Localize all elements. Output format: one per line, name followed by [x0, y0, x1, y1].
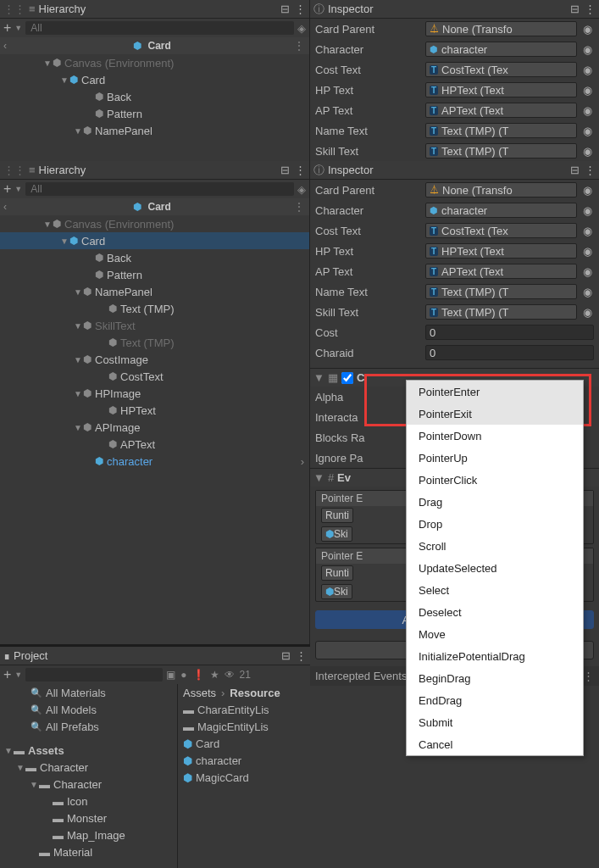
folder-item[interactable]: ▬Map_Image: [0, 826, 177, 843]
event-target-field[interactable]: ⬢Ski: [321, 584, 352, 599]
tree-item[interactable]: ⬢Text (TMP): [0, 334, 309, 351]
object-picker-icon[interactable]: ◉: [580, 286, 594, 298]
chevron-icon[interactable]: ▼: [29, 780, 39, 789]
dropdown-item[interactable]: Select: [407, 579, 583, 601]
inspector1-lock-icon[interactable]: ⊟: [570, 3, 580, 15]
chevron-icon[interactable]: ▼: [73, 355, 83, 364]
chevron-icon[interactable]: ▼: [73, 389, 83, 398]
tree-item[interactable]: ⬢HPText: [0, 402, 309, 419]
asset-item[interactable]: ⬢MagicCard: [178, 769, 310, 786]
tree-item[interactable]: ▼⬢NamePanel: [0, 283, 309, 300]
tree-item[interactable]: ▼⬢Card: [0, 232, 309, 249]
tree-item[interactable]: ⬢APText: [0, 436, 309, 453]
tree-item[interactable]: ⬢character›: [0, 453, 309, 470]
hierarchy2-crumb-menu-icon[interactable]: ⋮: [294, 201, 309, 213]
chevron-icon[interactable]: ▼: [73, 321, 83, 331]
object-field[interactable]: TAPText (Text: [425, 103, 577, 118]
chevron-icon[interactable]: ▼: [73, 287, 83, 297]
dropdown-item[interactable]: Cancel: [407, 733, 583, 755]
hierarchy2-crumb[interactable]: ‹ ⬢ Card ⋮: [0, 198, 309, 215]
bookmark-item[interactable]: 🔍All Models: [0, 701, 177, 718]
object-field[interactable]: ⏃None (Transfo: [425, 21, 577, 36]
object-picker-icon[interactable]: ◉: [580, 245, 594, 258]
object-field[interactable]: TCostText (Tex: [425, 223, 577, 238]
bookmark-item[interactable]: 🔍All Materials: [0, 684, 177, 701]
runtime-dropdown[interactable]: Runti: [321, 565, 353, 581]
assets-root[interactable]: ▼▬ Assets: [0, 742, 177, 759]
object-picker-icon[interactable]: ◉: [580, 104, 594, 117]
folder-item[interactable]: ▬Icon: [0, 793, 177, 810]
tree-item[interactable]: ▼⬢CostImage: [0, 351, 309, 368]
tree-item[interactable]: ▼⬢APImage: [0, 419, 309, 436]
bookmark-item[interactable]: 🔍All Prefabs: [0, 718, 177, 735]
dropdown-item[interactable]: PointerClick: [407, 469, 583, 491]
dropdown-item[interactable]: Deselect: [407, 601, 583, 623]
dropdown-item[interactable]: Drag: [407, 491, 583, 513]
dropdown-item[interactable]: EndDrag: [407, 689, 583, 711]
tree-item[interactable]: ▼⬢SkillText: [0, 317, 309, 334]
tree-item[interactable]: ▼⬢Card: [0, 71, 309, 88]
asset-item[interactable]: ▬CharaEntityLis: [178, 701, 310, 718]
object-field[interactable]: TAPText (Text: [425, 264, 577, 279]
project-menu-icon[interactable]: ⋮: [296, 649, 307, 662]
chevron-icon[interactable]: ▼: [73, 423, 83, 432]
dropdown-item[interactable]: Move: [407, 623, 583, 645]
object-field[interactable]: TCostText (Tex: [425, 62, 577, 77]
folder-item[interactable]: ▬Monster: [0, 810, 177, 826]
assets-breadcrumb[interactable]: Assets › Resource: [178, 684, 310, 701]
breadcrumb-assets[interactable]: Assets: [183, 687, 216, 699]
tree-item[interactable]: ⬢Back: [0, 88, 309, 105]
breadcrumb-resource[interactable]: Resource: [230, 687, 280, 699]
hierarchy1-search-input[interactable]: [25, 21, 294, 35]
tree-item[interactable]: ▼⬢HPImage: [0, 385, 309, 402]
object-picker-icon[interactable]: ◉: [580, 145, 594, 158]
inspector2-menu-icon[interactable]: ⋮: [585, 164, 596, 176]
inspector2-lock-icon[interactable]: ⊟: [570, 164, 580, 176]
dropdown-item[interactable]: BeginDrag: [407, 667, 583, 689]
object-picker-icon[interactable]: ◉: [580, 184, 594, 197]
folder-item[interactable]: ▬Material: [0, 843, 177, 860]
object-field[interactable]: THPText (Text: [425, 82, 577, 97]
chevron-icon[interactable]: ▼: [42, 58, 53, 68]
dropdown-item[interactable]: PointerEnter: [407, 381, 583, 403]
dropdown-item[interactable]: PointerExit: [407, 403, 583, 425]
hierarchy2-search-input[interactable]: [25, 182, 294, 196]
project-add-icon[interactable]: +: [3, 667, 11, 682]
object-picker-icon[interactable]: ◉: [580, 306, 594, 319]
component-c-enable-checkbox[interactable]: [341, 372, 353, 384]
object-picker-icon[interactable]: ◉: [580, 204, 594, 217]
chevron-icon[interactable]: ▼: [15, 763, 25, 772]
hierarchy2-add-chevron-icon[interactable]: ▼: [14, 185, 22, 193]
number-field[interactable]: 0: [425, 345, 594, 360]
object-picker-icon[interactable]: ◉: [580, 64, 594, 76]
chevron-icon[interactable]: ▼: [42, 220, 53, 229]
object-field[interactable]: THPText (Text: [425, 243, 577, 259]
dropdown-item[interactable]: PointerDown: [407, 425, 583, 447]
object-field[interactable]: TText (TMP) (T: [425, 304, 577, 320]
asset-item[interactable]: ⬢character: [178, 752, 310, 769]
tree-item[interactable]: ⬢Pattern: [0, 105, 309, 122]
dropdown-item[interactable]: Submit: [407, 711, 583, 733]
object-picker-icon[interactable]: ◉: [580, 225, 594, 237]
tree-item[interactable]: ⬢Back: [0, 249, 309, 266]
dropdown-item[interactable]: PointerUp: [407, 447, 583, 469]
object-field[interactable]: ⬢character: [425, 42, 577, 57]
intercepted-menu-icon[interactable]: ⋮: [583, 670, 594, 682]
object-picker-icon[interactable]: ◉: [580, 84, 594, 97]
tree-item[interactable]: ⬢Text (TMP): [0, 300, 309, 317]
hierarchy1-crumb-menu-icon[interactable]: ⋮: [294, 40, 309, 52]
folder-item[interactable]: ▼▬Character: [0, 776, 177, 793]
project-search-input[interactable]: [25, 668, 163, 682]
inspector1-menu-icon[interactable]: ⋮: [585, 3, 596, 15]
tag-icon[interactable]: ●: [180, 669, 186, 681]
chevron-icon[interactable]: ▼: [59, 236, 69, 246]
object-picker-icon[interactable]: ◉: [580, 265, 594, 278]
dropdown-item[interactable]: UpdateSelected: [407, 557, 583, 579]
hierarchy1-crumb[interactable]: ‹ ⬢ Card ⋮: [0, 37, 309, 54]
hierarchy1-search-scope-icon[interactable]: ◈: [297, 22, 306, 35]
hierarchy1-menu-icon[interactable]: ⋮: [295, 3, 306, 15]
event-target-field[interactable]: ⬢Ski: [321, 526, 352, 542]
hierarchy1-add-chevron-icon[interactable]: ▼: [14, 24, 22, 32]
asset-item[interactable]: ▬MagicEntityLis: [178, 718, 310, 735]
tree-item[interactable]: ▼⬢Canvas (Environment): [0, 215, 309, 232]
